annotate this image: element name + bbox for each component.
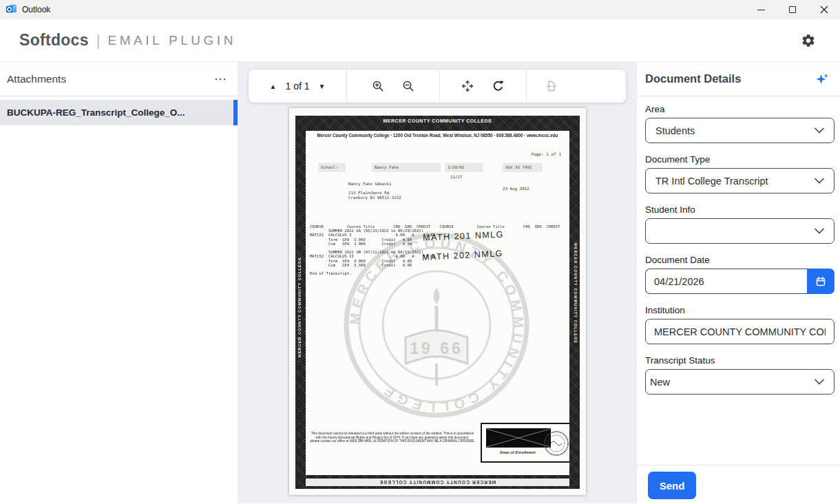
- minimize-icon: [757, 10, 765, 10]
- document-details-form: Area Students Document Type TR Intl Coll…: [637, 96, 840, 465]
- attachments-title: Attachments: [7, 73, 66, 85]
- transcript-page-number: Page: 1 of 1: [532, 151, 561, 156]
- student-dob: 1/20/02: [445, 163, 483, 172]
- zoom-in-icon: [372, 80, 384, 92]
- transcript-status-label: Transcript Status: [645, 356, 834, 366]
- redacted-signature: [486, 428, 551, 448]
- document-viewer: ▲ 1 of 1 ▼: [238, 62, 637, 503]
- dean-of-enrollment-label: Dean of Enrollment: [483, 450, 552, 454]
- college-address-line: Mercer County Community College · 1200 O…: [306, 133, 569, 138]
- area-value: Students: [655, 125, 695, 136]
- notary-seal-stamp: [543, 430, 569, 457]
- student-address-block: Nancy Fake Gdowski 113 Plainsboro Rd Cra…: [348, 182, 401, 200]
- document-type-select[interactable]: TR Intl College Transcript: [645, 168, 834, 193]
- split-document-button[interactable]: [545, 80, 558, 92]
- brand-logo: Softdocs | EMAIL PLUGIN: [19, 31, 236, 50]
- gear-icon: [801, 33, 816, 48]
- titlebar: Outlook: [0, 0, 840, 19]
- chevron-down-icon: [815, 127, 824, 134]
- calendar-button[interactable]: [807, 269, 834, 294]
- ai-autofill-button[interactable]: [814, 71, 830, 87]
- student-ssn: XXX XX 7491: [503, 163, 543, 172]
- area-select[interactable]: Students: [645, 118, 834, 143]
- document-bottom-banner: MERCER COUNTY COMMUNITY COLLEGE: [306, 479, 569, 486]
- document-side-text-right: MERCER COUNTY COMMUNITY COLLEGE: [574, 243, 578, 344]
- document-side-text-left: MERCER COUNTY COMMUNITY COLLEGE: [297, 257, 302, 357]
- transcript-status-value: New: [650, 377, 670, 388]
- chevron-down-icon: [815, 178, 824, 184]
- minimize-button[interactable]: [745, 0, 777, 19]
- student-info-select[interactable]: [645, 218, 834, 244]
- page-indicator: 1 of 1: [285, 81, 309, 92]
- viewer-toolbar: ▲ 1 of 1 ▼: [249, 70, 626, 103]
- outlook-icon: [6, 3, 17, 17]
- signature-block: Dean of Enrollment: [481, 423, 569, 463]
- document-preview-page: MERCER COUNTY COMMUNITY COLLEGE MERCER C…: [289, 108, 586, 495]
- fit-to-screen-button[interactable]: [461, 80, 474, 92]
- document-content: MERCER COUNTY COMMUNITY COLLEGE 19 66 Me…: [306, 131, 569, 475]
- close-button[interactable]: [808, 0, 840, 19]
- document-type-value: TR Intl College Transcript: [655, 176, 768, 187]
- chevron-down-icon: [815, 379, 824, 385]
- app-header: Softdocs | EMAIL PLUGIN: [0, 19, 840, 62]
- app-window: Outlook Softdocs | EMAIL PLUGIN Attachme…: [0, 0, 840, 503]
- zoom-in-button[interactable]: [372, 80, 384, 92]
- more-options-button[interactable]: ⋯: [214, 76, 228, 83]
- next-page-button[interactable]: ▼: [319, 83, 326, 90]
- area-label: Area: [645, 105, 834, 114]
- brand-name: Softdocs: [19, 31, 89, 50]
- previous-page-button[interactable]: ▲: [270, 83, 277, 90]
- send-bar: Send: [637, 465, 840, 503]
- student-field-label: School:: [318, 163, 346, 172]
- student-info-label: Student Info: [645, 205, 834, 215]
- fit-to-screen-icon: [461, 80, 474, 92]
- document-date-label: Document Date: [645, 255, 834, 265]
- send-button[interactable]: Send: [648, 472, 696, 499]
- document-date-input[interactable]: [645, 269, 807, 294]
- maximize-button[interactable]: [777, 0, 808, 19]
- institution-label: Institution: [645, 306, 834, 315]
- svg-text:19 66: 19 66: [410, 339, 463, 357]
- transcript-print-date: 23 Aug 2022: [503, 187, 529, 191]
- zoom-out-button[interactable]: [402, 80, 414, 92]
- brand-product: EMAIL PLUGIN: [108, 33, 236, 48]
- document-details-panel: Document Details Area Students: [637, 62, 840, 503]
- rotate-icon: [492, 80, 505, 93]
- attachment-name: BUCKUPA-REG_Transcript_College_O...: [7, 107, 226, 118]
- split-document-icon: [545, 80, 558, 92]
- transcript-status-select[interactable]: New: [645, 369, 834, 395]
- student-id: 11/27: [450, 175, 462, 179]
- attachments-panel: Attachments ⋯ BUCKUPA-REG_Transcript_Col…: [0, 62, 238, 503]
- document-details-title: Document Details: [645, 72, 741, 85]
- document-border-frame: MERCER COUNTY COMMUNITY COLLEGE MERCER C…: [295, 116, 580, 489]
- student-name: Nancy Fake: [372, 163, 441, 172]
- brand-separator: |: [96, 32, 101, 50]
- attachment-list-item[interactable]: BUCKUPA-REG_Transcript_College_O...: [0, 100, 238, 125]
- ferpa-disclaimer: This document cannot be released to a th…: [308, 432, 476, 443]
- rotate-button[interactable]: [492, 80, 505, 93]
- window-title: Outlook: [22, 5, 50, 14]
- sparkle-icon: [815, 72, 829, 86]
- document-type-label: Document Type: [645, 155, 834, 165]
- close-icon: [820, 6, 828, 14]
- document-college-banner: MERCER COUNTY COMMUNITY COLLEGE: [295, 118, 580, 123]
- settings-button[interactable]: [799, 31, 818, 50]
- maximize-icon: [789, 6, 796, 13]
- institution-input[interactable]: [645, 319, 834, 344]
- calendar-icon: [815, 276, 826, 287]
- zoom-out-icon: [402, 80, 414, 92]
- chevron-down-icon: [815, 228, 824, 234]
